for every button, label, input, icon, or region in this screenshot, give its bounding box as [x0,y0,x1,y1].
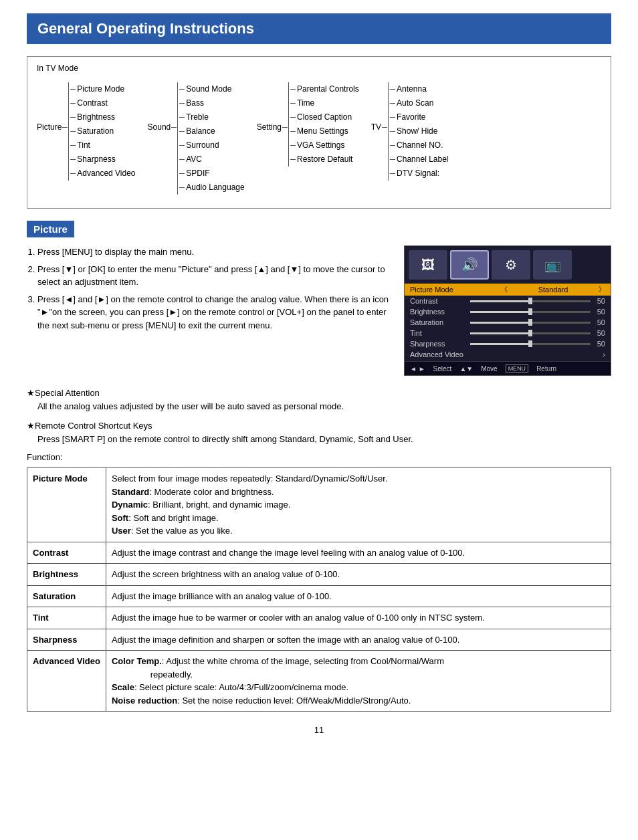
tv-item: Channel Label [389,152,448,167]
sound-items: Sound Mode Bass Treble Balance Surround … [177,82,244,195]
function-desc: Adjust the image contrast and change the… [106,542,611,564]
sound-group: Sound Sound Mode Bass Treble Balance Sur… [148,82,245,195]
sound-item: Balance [178,124,244,138]
picture-group: Picture Picture Mode Contrast Brightness… [37,82,136,181]
tv-mode-label: In TV Mode [37,64,601,73]
picture-item: Brightness [69,110,135,124]
function-table-row: SaturationAdjust the image brilliance wi… [27,585,611,607]
function-table: Picture ModeSelect from four image modes… [27,467,611,712]
function-table-row: TintAdjust the image hue to be warmer or… [27,607,611,629]
diagram-wrapper: Picture Picture Mode Contrast Brightness… [37,78,601,199]
tv-items: Antenna Auto Scan Favorite Show/ Hide Ch… [388,82,448,181]
function-label: Function: [27,452,611,462]
picture-item: Saturation [69,124,135,138]
setting-item: Closed Caption [289,110,359,124]
function-name: Tint [27,607,106,629]
setting-item: Restore Default [289,152,359,167]
tv-item: DTV Signal: [389,167,448,181]
function-table-row: SharpnessAdjust the image definition and… [27,629,611,651]
settings-icon: ⚙ [492,250,530,280]
tv-item: Channel NO. [389,138,448,152]
menu-row-advanced-video: Advanced Video › [405,349,611,360]
function-desc: Adjust the image brilliance with an anal… [106,585,611,607]
picture-item: Sharpness [69,152,135,167]
tv-root: TV [371,82,388,132]
setting-item: VGA Settings [289,138,359,152]
picture-steps: Press [MENU] to display the main menu. P… [27,245,391,332]
picture-item: Contrast [69,96,135,110]
menu-row-picture-mode: Picture Mode 《 Standard 》 [405,284,611,296]
function-name: Contrast [27,542,106,564]
picture-item: Picture Mode [69,82,135,96]
menu-row-brightness: Brightness 50 [405,306,611,317]
screenshot-icons: 🖼 🔊 ⚙ 📺 [405,246,611,282]
tv-icon: 📺 [533,250,572,280]
menu-row-saturation: Saturation 50 [405,317,611,328]
picture-text: Press [MENU] to display the main menu. P… [27,245,391,376]
step-2: Press [▼] or [OK] to enter the menu "Pic… [37,263,391,289]
page-title: General Operating Instructions [27,13,611,44]
function-name: Picture Mode [27,468,106,542]
function-desc: Select from four image modes repeatedly:… [106,468,611,542]
setting-item: Menu Settings [289,124,359,138]
sound-item: Sound Mode [178,82,244,96]
picture-mode-icon: 🖼 [409,250,447,280]
setting-group: Setting Parental Controls Time Closed Ca… [257,82,359,167]
function-desc: Color Temp.: Adjust the white chroma of … [106,651,611,712]
sound-item: AVC [178,152,244,167]
special-attention: ★Special Attention All the analog values… [27,387,611,413]
sound-item: Treble [178,110,244,124]
setting-items: Parental Controls Time Closed Caption Me… [288,82,359,167]
setting-item: Time [289,96,359,110]
function-table-row: Advanced VideoColor Temp.: Adjust the wh… [27,651,611,712]
function-desc: Adjust the image hue to be warmer or coo… [106,607,611,629]
function-desc: Adjust the image definition and sharpen … [106,629,611,651]
sound-root: Sound [148,82,178,132]
picture-root: Picture [37,82,68,132]
tv-item: Favorite [389,110,448,124]
page-number: 11 [27,725,611,735]
setting-root: Setting [257,82,288,132]
screenshot-footer: ◄ ► Select ▲▼ Move MENU Return [405,361,611,375]
sound-item: Surround [178,138,244,152]
picture-item: Tint [69,138,135,152]
sound-item: SPDIF [178,167,244,181]
setting-item: Parental Controls [289,82,359,96]
function-name: Brightness [27,564,106,586]
function-table-row: Picture ModeSelect from four image modes… [27,468,611,542]
sound-item: Audio Language [178,181,244,195]
step-3: Press [◄] and [►] on the remote control … [37,293,391,332]
menu-row-contrast: Contrast 50 [405,296,611,306]
menu-row-tint: Tint 50 [405,328,611,338]
function-table-row: BrightnessAdjust the screen brightness w… [27,564,611,586]
picture-section: Press [MENU] to display the main menu. P… [27,245,611,376]
function-name: Advanced Video [27,651,106,712]
sound-icon: 🔊 [450,250,489,280]
tv-item: Auto Scan [389,96,448,110]
picture-items: Picture Mode Contrast Brightness Saturat… [68,82,135,181]
picture-screenshot: 🖼 🔊 ⚙ 📺 Picture Mode 《 Standard 》 Contra… [404,245,611,376]
function-name: Sharpness [27,629,106,651]
function-name: Saturation [27,585,106,607]
remote-control: ★Remote Control Shortcut Keys Press [SMA… [27,419,611,445]
tv-mode-box: In TV Mode Picture Picture Mode Contrast… [27,56,611,209]
menu-row-sharpness: Sharpness 50 [405,338,611,349]
step-1: Press [MENU] to display the main menu. [37,245,391,259]
function-table-row: ContrastAdjust the image contrast and ch… [27,542,611,564]
tv-group: TV Antenna Auto Scan Favorite Show/ Hide… [371,82,449,181]
picture-item: Advanced Video [69,167,135,181]
function-desc: Adjust the screen brightness with an ana… [106,564,611,586]
picture-section-title: Picture [27,221,74,237]
screenshot-menu: Picture Mode 《 Standard 》 Contrast 50 Br… [405,282,611,361]
tv-item: Show/ Hide [389,124,448,138]
sound-item: Bass [178,96,244,110]
tv-item: Antenna [389,82,448,96]
